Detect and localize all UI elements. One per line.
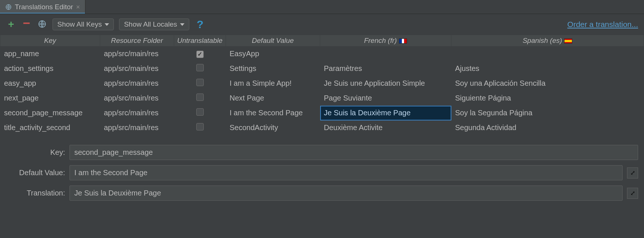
cell-fr[interactable]: Paramètres	[320, 61, 451, 76]
col-header-resource-folder[interactable]: Resource Folder	[100, 35, 174, 47]
toolbar: + − Show All Keys Show All Locales ? Ord…	[0, 14, 644, 35]
cell-fr[interactable]: Page Suviante	[320, 91, 451, 106]
table-row: action_settingsapp/src/main/resSettingsP…	[0, 61, 644, 76]
tab-label: Translations Editor	[15, 3, 73, 11]
cell-untranslatable[interactable]	[174, 91, 226, 106]
locales-filter-dropdown[interactable]: Show All Locales	[119, 18, 189, 30]
untranslatable-checkbox[interactable]	[196, 51, 204, 58]
table-row: easy_appapp/src/main/resI am a Simple Ap…	[0, 76, 644, 91]
cell-folder[interactable]: app/src/main/res	[100, 47, 174, 61]
untranslatable-checkbox[interactable]	[196, 108, 204, 116]
cell-fr[interactable]	[320, 47, 451, 61]
cell-folder[interactable]: app/src/main/res	[100, 106, 174, 120]
cell-folder[interactable]: app/src/main/res	[100, 61, 174, 76]
flag-es-icon	[564, 38, 572, 44]
flag-fr-icon	[399, 38, 407, 44]
cell-untranslatable[interactable]	[174, 120, 226, 135]
table-header-row: Key Resource Folder Untranslatable Defau…	[0, 35, 644, 47]
cell-default[interactable]: Settings	[226, 61, 320, 76]
cell-es[interactable]: Soy una Aplicación Sencilla	[451, 76, 644, 91]
cell-folder[interactable]: app/src/main/res	[100, 91, 174, 106]
cell-es[interactable]: Ajustes	[451, 61, 644, 76]
detail-key-input[interactable]	[70, 145, 638, 160]
cell-folder[interactable]: app/src/main/res	[100, 76, 174, 91]
add-key-button[interactable]: +	[6, 19, 16, 30]
cell-key[interactable]: second_page_message	[0, 106, 100, 120]
col-header-spanish[interactable]: Spanish (es)	[451, 35, 644, 47]
cell-key[interactable]: easy_app	[0, 76, 100, 91]
close-icon[interactable]: ×	[76, 4, 80, 10]
expand-icon: ⤢	[630, 169, 635, 176]
col-header-key[interactable]: Key	[0, 35, 100, 47]
dropdown-label: Show All Locales	[124, 20, 177, 28]
untranslatable-checkbox[interactable]	[196, 94, 204, 101]
cell-default[interactable]: SecondActivity	[226, 120, 320, 135]
help-icon[interactable]: ?	[197, 18, 203, 31]
add-locale-button[interactable]	[37, 19, 47, 30]
table-row: second_page_messageapp/src/main/resI am …	[0, 106, 644, 120]
detail-panel: Key: Default Value: ⤢ Translation: ⤢	[0, 135, 644, 204]
detail-translation-input[interactable]	[70, 186, 623, 201]
detail-key-label: Key:	[6, 148, 65, 157]
plus-icon: +	[8, 19, 14, 30]
table-row: next_pageapp/src/main/resNext PagePage S…	[0, 91, 644, 106]
col-header-untranslatable[interactable]: Untranslatable	[174, 35, 226, 47]
remove-key-button[interactable]: −	[21, 19, 32, 30]
tab-bar: Translations Editor ×	[0, 0, 644, 14]
col-header-french[interactable]: French (fr)	[320, 35, 451, 47]
cell-default[interactable]: I am a Simple App!	[226, 76, 320, 91]
cell-es[interactable]	[451, 47, 644, 61]
cell-key[interactable]: title_activity_second	[0, 120, 100, 135]
cell-default[interactable]: I am the Second Page	[226, 106, 320, 120]
cell-key[interactable]: next_page	[0, 91, 100, 106]
cell-untranslatable[interactable]	[174, 106, 226, 120]
detail-translation-label: Translation:	[6, 189, 65, 197]
cell-fr[interactable]: Je Suis une Application Simple	[320, 76, 451, 91]
cell-es[interactable]: Segunda Actividad	[451, 120, 644, 135]
cell-untranslatable[interactable]	[174, 47, 226, 61]
expand-translation-button[interactable]: ⤢	[627, 188, 638, 199]
detail-default-label: Default Value:	[6, 169, 65, 177]
cell-untranslatable[interactable]	[174, 61, 226, 76]
cell-fr[interactable]: Je Suis la Deuxième Page	[320, 106, 451, 120]
dropdown-label: Show All Keys	[57, 20, 102, 28]
cell-default[interactable]: Next Page	[226, 91, 320, 106]
untranslatable-checkbox[interactable]	[196, 79, 204, 86]
table-row: app_nameapp/src/main/resEasyApp	[0, 47, 644, 61]
detail-default-input[interactable]	[70, 165, 623, 180]
table-row: title_activity_secondapp/src/main/resSec…	[0, 120, 644, 135]
globe-icon	[5, 4, 12, 10]
keys-filter-dropdown[interactable]: Show All Keys	[52, 18, 114, 30]
cell-es[interactable]: Siguiente Página	[451, 91, 644, 106]
cell-default[interactable]: EasyApp	[226, 47, 320, 61]
cell-fr[interactable]: Deuxième Activite	[320, 120, 451, 135]
expand-default-button[interactable]: ⤢	[627, 167, 638, 178]
cell-key[interactable]: action_settings	[0, 61, 100, 76]
translations-table: Key Resource Folder Untranslatable Defau…	[0, 35, 644, 135]
cell-folder[interactable]: app/src/main/res	[100, 120, 174, 135]
minus-icon: −	[23, 17, 30, 29]
untranslatable-checkbox[interactable]	[196, 64, 204, 71]
cell-key[interactable]: app_name	[0, 47, 100, 61]
cell-es[interactable]: Soy la Segunda Página	[451, 106, 644, 120]
expand-icon: ⤢	[630, 190, 635, 197]
globe-icon	[38, 20, 47, 30]
order-translation-link[interactable]: Order a translation...	[567, 20, 638, 29]
cell-untranslatable[interactable]	[174, 76, 226, 91]
chevron-down-icon	[180, 23, 184, 26]
chevron-down-icon	[105, 23, 109, 26]
untranslatable-checkbox[interactable]	[196, 123, 204, 130]
col-header-default-value[interactable]: Default Value	[226, 35, 320, 47]
tab-translations-editor[interactable]: Translations Editor ×	[0, 0, 85, 14]
